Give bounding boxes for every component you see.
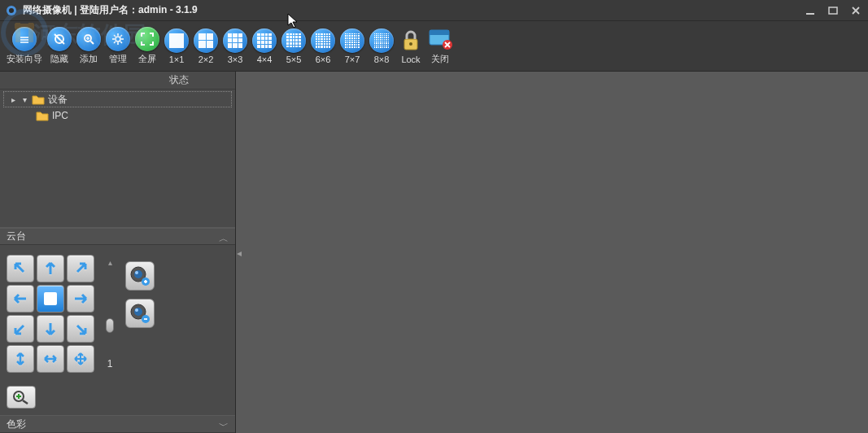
- chevron-up-icon: ︿: [219, 232, 229, 246]
- chevron-down-icon: ﹀: [219, 419, 229, 433]
- fullscreen-button[interactable]: 全屏: [135, 27, 159, 65]
- speed-value: 1: [107, 358, 113, 370]
- svg-point-2: [9, 8, 14, 13]
- sidebar-collapse-handle[interactable]: ◂: [236, 247, 242, 260]
- video-view-area: ◂: [236, 72, 868, 433]
- expand-icon[interactable]: ▸: [9, 95, 17, 104]
- grid-7x7-label: 7×7: [345, 55, 360, 64]
- close-view-button[interactable]: 关闭: [428, 27, 452, 65]
- ptz-right-button[interactable]: [67, 285, 94, 313]
- svg-rect-3: [806, 13, 814, 15]
- svg-rect-4: [829, 7, 837, 14]
- maximize-button[interactable]: [826, 4, 840, 17]
- grid-2x2-label: 2×2: [198, 55, 214, 64]
- close-window-button[interactable]: [848, 4, 863, 17]
- svg-point-18: [134, 308, 142, 316]
- ptz-stop-button[interactable]: [37, 285, 64, 313]
- color-title: 色彩: [7, 418, 26, 431]
- install-wizard-button[interactable]: 安装向导: [7, 27, 42, 65]
- ptz-scan-vertical-button[interactable]: [7, 345, 34, 373]
- svg-point-19: [135, 308, 138, 312]
- svg-point-7: [116, 37, 120, 42]
- ptz-scan-all-button[interactable]: [67, 345, 94, 373]
- speed-thumb[interactable]: [106, 318, 114, 333]
- grid-1x1-label: 1×1: [169, 55, 185, 64]
- ptz-down-button[interactable]: [37, 315, 64, 343]
- grid-6x6-label: 6×6: [316, 55, 331, 64]
- ptz-up-button[interactable]: [37, 255, 64, 282]
- grid-6x6-button[interactable]: 6×6: [311, 28, 335, 64]
- titlebar: 网络摄像机 | 登陆用户名：admin - 3.1.9: [0, 0, 868, 21]
- install-label: 安装向导: [7, 53, 42, 65]
- add-button[interactable]: 添加: [76, 27, 101, 65]
- tree-header-status: 状态: [169, 73, 189, 87]
- tree-child-label: IPC: [52, 110, 68, 121]
- tree-root-label: 设备: [48, 93, 68, 107]
- grid-3x3-label: 3×3: [228, 55, 243, 64]
- svg-point-14: [134, 270, 142, 278]
- main-toolbar: 安装向导 隐藏 添加 管理 全屏 1×1 2×2 3×3 4×4 5×5 6×6: [0, 21, 868, 72]
- ptz-speed-slider[interactable]: ▴ 1: [106, 255, 114, 373]
- ptz-scan-horizontal-button[interactable]: [37, 345, 64, 373]
- color-panel-header[interactable]: 色彩 ﹀: [0, 415, 235, 433]
- svg-point-9: [409, 42, 412, 46]
- svg-point-15: [135, 271, 138, 274]
- tree-child-ipc[interactable]: IPC: [3, 107, 232, 124]
- hide-button[interactable]: 隐藏: [47, 27, 72, 65]
- ptz-left-button[interactable]: [7, 285, 34, 313]
- ptz-up-left-button[interactable]: [7, 255, 34, 282]
- fullscreen-label: 全屏: [138, 53, 156, 65]
- close-screen-icon: [428, 27, 452, 51]
- grid-5x5-button[interactable]: 5×5: [281, 28, 306, 64]
- lock-button[interactable]: Lock: [399, 28, 423, 64]
- svg-rect-11: [430, 30, 449, 35]
- minimize-button[interactable]: [803, 4, 818, 17]
- magnify-button[interactable]: [7, 386, 36, 409]
- speed-up-icon[interactable]: ▴: [108, 258, 112, 267]
- grid-7x7-button[interactable]: 7×7: [340, 28, 364, 64]
- grid-4x4-button[interactable]: 4×4: [252, 28, 277, 64]
- grid-8x8-label: 8×8: [374, 55, 390, 64]
- ptz-up-right-button[interactable]: [67, 255, 94, 282]
- tree-root-device[interactable]: ▸ ▾ 设备: [3, 91, 232, 107]
- grid-8x8-button[interactable]: 8×8: [369, 28, 394, 64]
- close-view-label: 关闭: [431, 53, 449, 65]
- grid-3x3-button[interactable]: 3×3: [223, 28, 247, 64]
- ptz-panel-header[interactable]: 云台 ︿: [0, 228, 235, 246]
- hide-label: 隐藏: [50, 53, 68, 65]
- ptz-title: 云台: [7, 230, 26, 243]
- grid-2x2-button[interactable]: 2×2: [194, 28, 218, 64]
- ptz-down-right-button[interactable]: [67, 315, 94, 343]
- app-icon: [5, 4, 18, 17]
- grid-5x5-label: 5×5: [286, 55, 302, 64]
- collapse-icon[interactable]: ▾: [20, 95, 28, 104]
- add-label: 添加: [80, 53, 98, 65]
- manage-button[interactable]: 管理: [106, 27, 130, 65]
- ptz-panel: ▴ 1: [0, 245, 235, 383]
- lock-label: Lock: [401, 55, 420, 64]
- window-title: 网络摄像机 | 登陆用户名：admin - 3.1.9: [23, 3, 803, 17]
- grid-1x1-button[interactable]: 1×1: [164, 28, 189, 64]
- zoom-in-camera-button[interactable]: [125, 261, 155, 291]
- manage-label: 管理: [109, 53, 127, 65]
- sidebar: 状态 ▸ ▾ 设备 IPC 云台 ︿: [0, 72, 236, 433]
- grid-4x4-label: 4×4: [257, 55, 273, 64]
- lock-icon: [399, 28, 423, 53]
- zoom-out-camera-button[interactable]: [125, 299, 155, 328]
- folder-icon: [36, 110, 49, 121]
- folder-icon: [32, 94, 45, 105]
- ptz-down-left-button[interactable]: [7, 315, 34, 343]
- device-tree-panel: 状态 ▸ ▾ 设备 IPC: [0, 72, 235, 228]
